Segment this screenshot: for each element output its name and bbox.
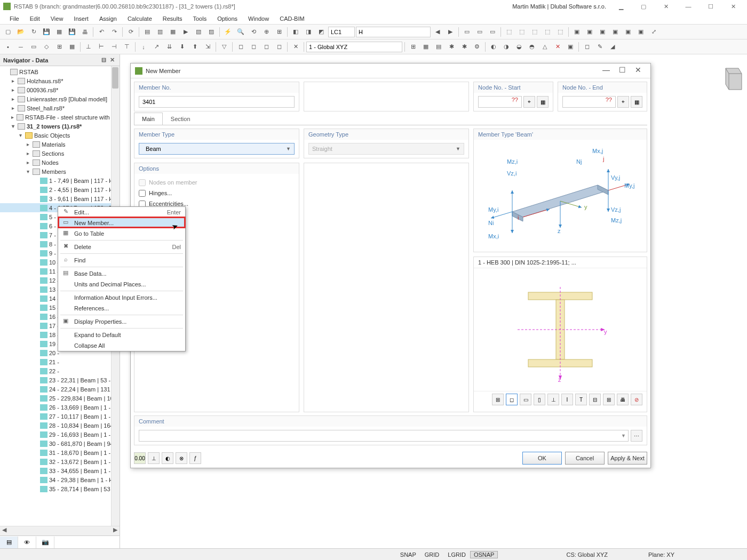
t2-icon[interactable]: ↗ <box>150 41 162 53</box>
nav-left-icon[interactable]: ◀ <box>432 26 443 38</box>
ctx-delete[interactable]: ✖DeleteDel <box>58 242 185 252</box>
tree-member[interactable]: 27 - 10,117 | Beam | 1 - H <box>0 412 120 421</box>
node-start-input[interactable]: ?? <box>478 96 522 108</box>
menu-view[interactable]: View <box>45 14 69 23</box>
t2-icon[interactable]: ◑ <box>500 41 512 53</box>
menu-results[interactable]: Results <box>157 14 188 23</box>
member-no-input[interactable]: 3401 <box>139 96 295 108</box>
t2-icon[interactable]: ⇲ <box>202 41 213 53</box>
ctx-information-about-input-errors-[interactable]: Information About Input Errors... <box>58 292 185 303</box>
ctx-new-member-[interactable]: ▭New Member... <box>58 218 185 228</box>
t2-icon[interactable]: ◻ <box>248 41 259 53</box>
redo-icon[interactable]: ↷ <box>108 26 120 38</box>
t2-icon[interactable]: ◻ <box>581 41 593 53</box>
menu-options[interactable]: Options <box>212 14 243 23</box>
t2-icon[interactable]: ⇊ <box>163 41 175 53</box>
t2-icon[interactable]: ▦ <box>66 41 78 53</box>
t2-icon[interactable]: ✕ <box>290 41 301 53</box>
units-button[interactable]: 0.00 <box>134 452 146 464</box>
option-checkbox[interactable]: Nodes on member <box>139 177 295 188</box>
tree-file[interactable]: ▸Steel_hall.rs8* <box>0 103 120 113</box>
mod1-icon[interactable]: ⬚ <box>503 26 515 38</box>
undo-icon[interactable]: ↶ <box>96 26 107 38</box>
dialog-close-button[interactable]: ✕ <box>630 66 646 76</box>
ctx-go-to-table[interactable]: ▦Go to Table <box>58 228 185 239</box>
tree-members[interactable]: ▾Members <box>0 167 120 176</box>
search-icon[interactable]: 🔍 <box>235 26 247 38</box>
menu-cad-bim[interactable]: CAD-BIM <box>274 14 309 23</box>
sec-btn[interactable]: ⊞ <box>603 394 615 405</box>
t2-icon[interactable]: ▽ <box>218 41 230 53</box>
close-button[interactable]: ✕ <box>722 1 744 12</box>
save2-icon[interactable]: 💾 <box>66 26 78 38</box>
tree-member[interactable]: 32 - 13,672 | Beam | 1 - H <box>0 457 120 466</box>
t2-icon[interactable]: • <box>2 41 14 53</box>
table5-icon[interactable]: ▨ <box>205 26 217 38</box>
menu-calculate[interactable]: Calculate <box>122 14 157 23</box>
tree-root[interactable]: RSTAB <box>0 67 120 76</box>
t2-icon[interactable]: ✱ <box>446 41 457 53</box>
tree-member[interactable]: 29 - 16,693 | Beam | 1 - H <box>0 430 120 439</box>
mod5-icon[interactable]: ⬚ <box>554 26 566 38</box>
t2-icon[interactable]: ◻ <box>273 41 285 53</box>
mdi-close-button[interactable]: ✕ <box>655 1 677 12</box>
sec-btn[interactable]: 🖶 <box>617 394 629 405</box>
ctx-edit-[interactable]: ✎Edit...Enter <box>58 207 185 218</box>
tree-member[interactable]: 34 - 29,38 | Beam | 1 - HE <box>0 475 120 484</box>
ctx-display-properties-[interactable]: ▣Display Properties... <box>58 316 185 327</box>
t2-icon[interactable]: ◻ <box>260 41 272 53</box>
menu-assign[interactable]: Assign <box>94 14 122 23</box>
option-checkbox[interactable]: Hinges... <box>139 188 295 198</box>
extra-button-3[interactable]: ⊗ <box>176 452 187 464</box>
box3-icon[interactable]: ▣ <box>597 26 608 38</box>
menu-edit[interactable]: Edit <box>25 14 45 23</box>
tree-member[interactable]: 30 - 681,870 | Beam | 941 <box>0 439 120 448</box>
tree-member[interactable]: 3 - 9,61 | Beam | 117 - HE <box>0 194 120 203</box>
t2-icon[interactable]: ◒ <box>513 41 525 53</box>
comment-button[interactable]: ⋯ <box>631 430 642 442</box>
sec-btn[interactable]: T <box>575 394 587 405</box>
tree-file[interactable]: ▸000936.rs8* <box>0 85 120 94</box>
t2-icon[interactable]: △ <box>539 41 551 53</box>
pick-start-button[interactable]: ⌖ <box>523 96 535 108</box>
tree-member[interactable]: 22 - <box>0 366 120 375</box>
sec-btn[interactable]: ⊟ <box>589 394 601 405</box>
sec-btn[interactable]: I <box>561 394 573 405</box>
mdi-minimize-button[interactable]: ▁ <box>610 1 632 12</box>
t2-icon[interactable]: ◐ <box>488 41 499 53</box>
t2-icon[interactable]: ⬆ <box>189 41 201 53</box>
open-icon[interactable]: 📂 <box>15 26 27 38</box>
extra-button-4[interactable]: ƒ <box>189 452 201 464</box>
maximize-button[interactable]: ☐ <box>700 1 721 12</box>
nav-tab-data[interactable]: ▤ <box>0 537 18 548</box>
panel-close-icon[interactable]: ✕ <box>108 56 116 65</box>
sec-btn[interactable]: ◻ <box>506 394 518 405</box>
bolt-icon[interactable]: ⚡ <box>222 26 234 38</box>
mod2-icon[interactable]: ⬚ <box>516 26 528 38</box>
tree-member[interactable]: 31 - 18,670 | Beam | 1 - H <box>0 448 120 457</box>
comment-input[interactable]: ▼ <box>139 430 629 442</box>
box4-icon[interactable]: ▣ <box>609 26 621 38</box>
tree-member[interactable]: 28 - 10,834 | Beam | 164 - <box>0 421 120 430</box>
tree-member[interactable]: 33 - 34,655 | Beam | 1 - H <box>0 466 120 475</box>
mod3-icon[interactable]: ⬚ <box>529 26 541 38</box>
new-start-button[interactable]: ▦ <box>537 96 549 108</box>
refresh-icon[interactable]: ↻ <box>28 26 39 38</box>
t2-icon[interactable]: ⊞ <box>53 41 65 53</box>
ctx-expand-to-default[interactable]: Expand to Default <box>58 330 185 340</box>
t2-icon[interactable]: ⊥ <box>83 41 94 53</box>
t2-icon[interactable]: ✎ <box>594 41 606 53</box>
new-icon[interactable]: ▢ <box>2 26 14 38</box>
ctx-references-[interactable]: References... <box>58 303 185 314</box>
dialog-minimize-button[interactable]: — <box>598 66 614 76</box>
save-icon[interactable]: 💾 <box>41 26 52 38</box>
table2-icon[interactable]: ▥ <box>154 26 166 38</box>
mdi-restore-button[interactable]: ▢ <box>633 1 654 12</box>
t2-icon[interactable]: ⊣ <box>108 41 120 53</box>
loadcase-2-combo[interactable]: H <box>356 27 431 37</box>
sec-btn[interactable]: ⊞ <box>492 394 504 405</box>
zoom-icon[interactable]: ⊕ <box>260 26 272 38</box>
ctx-collapse-all[interactable]: Collapse All <box>58 340 185 351</box>
ctx-find[interactable]: ⌕Find <box>58 255 185 266</box>
extra2-icon[interactable]: ▭ <box>474 26 486 38</box>
